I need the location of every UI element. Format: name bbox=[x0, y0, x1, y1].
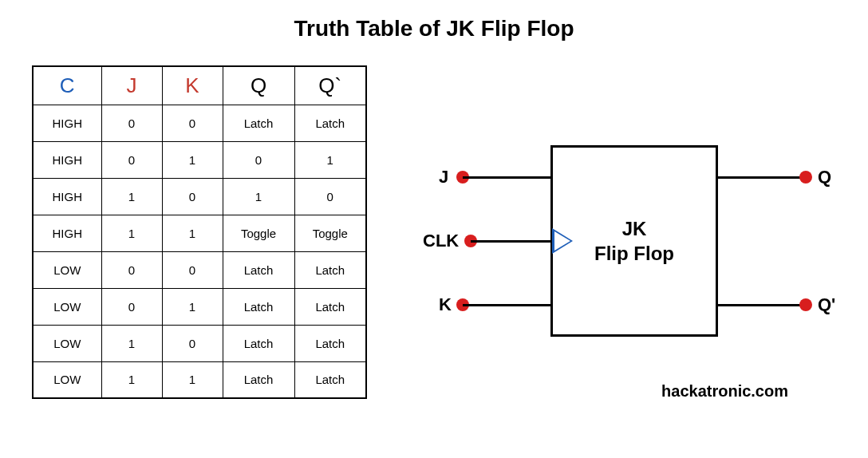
cell-q: Latch bbox=[223, 361, 294, 398]
cell-k: 0 bbox=[162, 251, 223, 288]
cell-c: HIGH bbox=[33, 141, 101, 178]
cell-k: 1 bbox=[162, 288, 223, 325]
table-row: HIGH0101 bbox=[33, 141, 366, 178]
cell-j: 1 bbox=[101, 325, 162, 361]
cell-c: HIGH bbox=[33, 105, 101, 141]
truth-table: C J K Q Q` HIGH00LatchLatch HIGH0101 HIG… bbox=[32, 65, 367, 399]
table-row: HIGH00LatchLatch bbox=[33, 105, 366, 141]
flipflop-box: JK Flip Flop bbox=[550, 145, 718, 337]
wire-k bbox=[463, 304, 550, 306]
cell-k: 1 bbox=[162, 141, 223, 178]
wire-j bbox=[463, 176, 550, 179]
pin-label-k: K bbox=[439, 294, 452, 315]
pin-label-j: J bbox=[439, 167, 448, 188]
cell-qp: Latch bbox=[294, 361, 366, 398]
cell-q: Latch bbox=[223, 251, 294, 288]
table-body: HIGH00LatchLatch HIGH0101 HIGH1010 HIGH1… bbox=[33, 105, 366, 398]
cell-qp: Latch bbox=[294, 105, 366, 141]
cell-j: 1 bbox=[101, 215, 162, 251]
table-header-row: C J K Q Q` bbox=[33, 66, 366, 105]
page-title: Truth Table of JK Flip Flop bbox=[0, 0, 868, 41]
cell-qp: Latch bbox=[294, 288, 366, 325]
cell-j: 0 bbox=[101, 251, 162, 288]
table-row: LOW00LatchLatch bbox=[33, 251, 366, 288]
header-c: C bbox=[33, 66, 101, 105]
flipflop-box-label: JK Flip Flop bbox=[553, 216, 716, 266]
cell-k: 0 bbox=[162, 325, 223, 361]
cell-j: 0 bbox=[101, 288, 162, 325]
cell-q: Latch bbox=[223, 325, 294, 361]
cell-q: 0 bbox=[223, 141, 294, 178]
cell-j: 1 bbox=[101, 178, 162, 215]
wire-q bbox=[718, 176, 806, 179]
box-line1: JK bbox=[622, 218, 647, 239]
cell-c: LOW bbox=[33, 361, 101, 398]
cell-c: HIGH bbox=[33, 215, 101, 251]
diagram-wrap: J CLK K JK Flip Flop Q bbox=[415, 65, 836, 432]
cell-q: 1 bbox=[223, 178, 294, 215]
table-row: HIGH1010 bbox=[33, 178, 366, 215]
wire-qprime bbox=[718, 304, 806, 306]
header-j: J bbox=[101, 66, 162, 105]
cell-k: 0 bbox=[162, 105, 223, 141]
cell-qp: Latch bbox=[294, 251, 366, 288]
cell-k: 1 bbox=[162, 215, 223, 251]
header-q: Q bbox=[223, 66, 294, 105]
header-k: K bbox=[162, 66, 223, 105]
truth-table-wrap: C J K Q Q` HIGH00LatchLatch HIGH0101 HIG… bbox=[32, 65, 367, 432]
cell-q: Toggle bbox=[223, 215, 294, 251]
content-area: C J K Q Q` HIGH00LatchLatch HIGH0101 HIG… bbox=[0, 41, 868, 432]
box-line2: Flip Flop bbox=[594, 243, 674, 264]
cell-c: LOW bbox=[33, 251, 101, 288]
pin-label-qprime: Q' bbox=[818, 294, 835, 315]
cell-c: LOW bbox=[33, 288, 101, 325]
cell-qp: Toggle bbox=[294, 215, 366, 251]
cell-j: 1 bbox=[101, 361, 162, 398]
wire-clk bbox=[471, 240, 550, 243]
cell-c: LOW bbox=[33, 325, 101, 361]
table-row: LOW11LatchLatch bbox=[33, 361, 366, 398]
table-row: LOW01LatchLatch bbox=[33, 288, 366, 325]
cell-k: 0 bbox=[162, 178, 223, 215]
credit-text: hackatronic.com bbox=[661, 382, 788, 401]
terminal-dot-icon bbox=[799, 298, 812, 311]
pin-label-clk: CLK bbox=[423, 231, 459, 251]
clock-triangle-inner bbox=[554, 231, 570, 251]
jk-flipflop-diagram: J CLK K JK Flip Flop Q bbox=[415, 121, 838, 361]
table-row: HIGH11ToggleToggle bbox=[33, 215, 366, 251]
cell-j: 0 bbox=[101, 105, 162, 141]
pin-label-q: Q bbox=[818, 167, 831, 188]
cell-qp: 1 bbox=[294, 141, 366, 178]
terminal-dot-icon bbox=[799, 171, 812, 184]
cell-qp: 0 bbox=[294, 178, 366, 215]
cell-q: Latch bbox=[223, 288, 294, 325]
cell-j: 0 bbox=[101, 141, 162, 178]
cell-c: HIGH bbox=[33, 178, 101, 215]
cell-qp: Latch bbox=[294, 325, 366, 361]
cell-k: 1 bbox=[162, 361, 223, 398]
cell-q: Latch bbox=[223, 105, 294, 141]
table-row: LOW10LatchLatch bbox=[33, 325, 366, 361]
header-qprime: Q` bbox=[294, 66, 366, 105]
